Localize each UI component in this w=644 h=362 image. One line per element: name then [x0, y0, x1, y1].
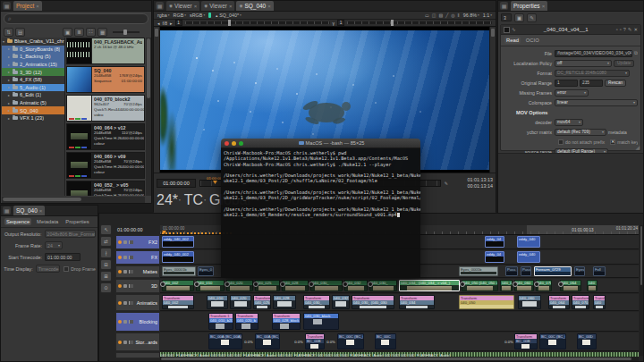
dropdown[interactable]: DC_RETICLE 2048x1080▾ [555, 70, 630, 77]
clip[interactable]: 040_050 (040_050 > [462, 280, 498, 291]
checker-icon[interactable]: ▨ [438, 13, 443, 18]
node-button2-icon[interactable]: ▫ [620, 27, 622, 32]
terminal-titlebar[interactable]: MacOS — -bash — 85×25 [221, 139, 420, 148]
node-tab-read[interactable]: Read [504, 37, 521, 44]
clip[interactable]: Puss [505, 266, 518, 276]
list-view-icon[interactable]: ≣ [74, 28, 84, 37]
range-last-field[interactable]: 235 [580, 80, 603, 87]
clip[interactable]: eddy_04 [485, 236, 504, 248]
clip[interactable]: Forearm_0729 [534, 266, 572, 276]
bin-item[interactable]: 040_064 > v122048x858110'@24fpsQuickTime… [66, 123, 145, 150]
clip[interactable]: 040_020 [226, 280, 253, 291]
wipe-icon[interactable]: ◫ [432, 13, 436, 18]
clip[interactable]: 040_060 [518, 295, 541, 309]
frame-rate-dropdown[interactable]: 24▾ [45, 241, 63, 249]
clip[interactable]: Eyes_00001b [162, 266, 196, 276]
clip[interactable]: TransformBC_00B [514, 333, 538, 349]
drop-frame-checkbox[interactable] [64, 266, 69, 272]
clip[interactable]: eddy_040 [517, 251, 540, 263]
clip[interactable]: 040_002 [162, 280, 194, 291]
visibility-icon[interactable] [118, 270, 122, 274]
clip[interactable]: 040_053 [500, 280, 513, 291]
visibility-icon[interactable] [118, 320, 122, 324]
tree-item[interactable]: ▸4_FX (58) [2, 76, 64, 84]
clip[interactable]: Transform040 [593, 295, 606, 309]
playhead-marker[interactable] [213, 181, 217, 184]
track-header-3d[interactable]: 3D [115, 279, 160, 293]
clip[interactable]: BC_00D [577, 333, 597, 349]
clip[interactable]: Transform040_030_ (040_030 [352, 295, 394, 309]
node-tab-ocio[interactable]: OCIO [524, 37, 541, 44]
clip[interactable]: 040_028 [273, 295, 296, 309]
clip[interactable]: 040_028 [282, 280, 309, 291]
lock-icon[interactable] [123, 341, 127, 344]
input-dropdown[interactable]: ▲SQ_040*▾ [215, 13, 242, 18]
tree-horizontal-scrollbar[interactable] [2, 197, 145, 203]
lock-icon[interactable] [123, 320, 127, 324]
tab-viewer[interactable]: ◉Viewer× [201, 1, 234, 11]
thumbnail-toggle-icon[interactable] [129, 240, 133, 244]
display-colorspace-dropdown[interactable]: sRGB▾ [190, 13, 205, 18]
close-icon[interactable]: × [542, 4, 546, 9]
update-button[interactable]: Update [614, 60, 634, 67]
tree-item[interactable]: ▸6_Edit (1) [2, 91, 64, 99]
slash-icon[interactable]: ╱ [445, 13, 448, 18]
clip[interactable]: 040_060 [514, 280, 534, 291]
tree-item[interactable]: ▸SQ_040 [2, 106, 64, 114]
clip[interactable]: Transform040_002 [162, 295, 194, 309]
lock-icon[interactable] [123, 256, 127, 259]
clip[interactable]: Transform040_020_b [235, 313, 258, 330]
curve-icon[interactable]: ∿ [512, 27, 516, 32]
clip[interactable]: Puss [521, 266, 531, 276]
edit-icon[interactable]: ✎ [628, 27, 632, 32]
panel-menu-icon[interactable]: ▦ [3, 206, 11, 215]
subtab-metadata[interactable]: Metadata [35, 218, 60, 225]
lock-icon[interactable] [123, 284, 127, 288]
clip[interactable]: 040_010 [207, 295, 228, 309]
panel-menu-icon[interactable]: ▦ [500, 2, 508, 10]
dropdown[interactable]: default (Rec 709)▾ [555, 129, 606, 136]
thumbnail-view-icon[interactable]: ▦ [97, 28, 107, 37]
expand-view-icon[interactable]: ⛶ [86, 28, 96, 37]
clip[interactable]: Transform040_064 [548, 295, 570, 309]
tree-item[interactable]: ▸1_Backing (5) [2, 53, 64, 61]
proxy-dropdown[interactable]: 1:1▾ [483, 13, 492, 18]
pause-icon[interactable]: ‖ [458, 13, 460, 18]
track-header-animatics[interactable]: Animatics [115, 294, 160, 311]
lock-icon[interactable] [123, 270, 127, 274]
thumbnail-toggle-icon[interactable] [129, 284, 133, 288]
clip[interactable]: 040_030_ [369, 280, 397, 291]
close-icon[interactable]: × [267, 4, 271, 9]
clip[interactable]: 040_032 [344, 280, 368, 291]
clip[interactable]: Transform040_030_ [303, 295, 330, 309]
close-window-icon[interactable] [225, 141, 229, 146]
tab-sq-040[interactable]: SQ_040 × [13, 206, 45, 215]
clip[interactable]: 040_010 [196, 280, 225, 291]
output-resolution-dropdown[interactable]: 2048x806 Blue_Format▾ [45, 230, 96, 238]
file-path-field[interactable]: /footage/040_034/VIDEO/040_034_v04_.mov [555, 50, 632, 57]
thumbnail-toggle-icon[interactable] [129, 270, 133, 274]
zoom-dropdown[interactable]: 96.8%▾ [463, 13, 479, 18]
channels-dropdown[interactable]: rgba▾ [157, 13, 170, 18]
visibility-icon[interactable] [118, 341, 122, 344]
clip[interactable]: 040_030_ [310, 280, 343, 291]
dropdown[interactable]: mov64▾ [555, 119, 583, 126]
panel-menu-icon[interactable]: ▦ [156, 2, 164, 10]
thumbnail-toggle-icon[interactable] [129, 341, 133, 344]
tab-properties[interactable]: Properties × [511, 1, 547, 11]
node-button-icon[interactable]: ▫ [616, 27, 618, 32]
current-timecode-field[interactable]: 01:00:00:00 [157, 179, 196, 188]
close-icon[interactable]: × [36, 4, 39, 9]
dropdown[interactable]: off▾ [555, 60, 612, 67]
minimize-window-icon[interactable] [232, 141, 236, 146]
bin-item[interactable]: 040_FLASHBACK_Audio2 ch 16 bit @ 48.0 kH… [66, 38, 145, 64]
clip[interactable]: 040_032 [332, 295, 350, 309]
annotate-icon[interactable]: ✎ [445, 181, 448, 186]
tree-item[interactable]: ▸3_3D (12) [2, 68, 64, 76]
clip[interactable]: Eyes [574, 266, 585, 276]
clip[interactable]: BC_00A (BC_00A) [208, 333, 242, 349]
lock-icon[interactable] [123, 240, 127, 244]
clip[interactable]: 040_020 [230, 295, 251, 309]
rescan-button[interactable]: Rescan [605, 80, 626, 87]
dropdown[interactable]: linear▾ [555, 99, 638, 106]
